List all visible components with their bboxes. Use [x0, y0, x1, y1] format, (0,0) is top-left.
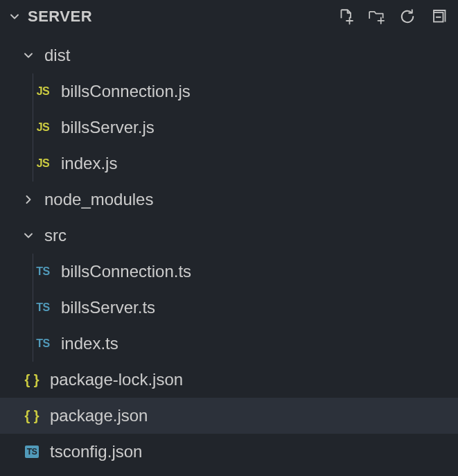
file-bills-server-js[interactable]: JS billsServer.js — [0, 109, 458, 146]
header-left[interactable]: SERVER — [6, 8, 92, 26]
indent-guide — [33, 73, 33, 109]
indent-guide — [33, 290, 33, 326]
indent-guide — [33, 254, 33, 290]
folder-label: src — [44, 226, 67, 245]
folder-dist[interactable]: dist — [0, 37, 458, 73]
file-tree: dist JS billsConnection.js JS billsServe… — [0, 33, 458, 470]
file-label: tsconfig.json — [50, 442, 142, 461]
new-file-button[interactable] — [337, 8, 355, 26]
file-label: index.ts — [61, 334, 118, 353]
file-package-json[interactable]: { } package.json — [0, 398, 458, 434]
js-icon: JS — [30, 85, 55, 98]
indent-guide — [33, 326, 33, 362]
folder-label: node_modules — [44, 190, 153, 209]
file-label: billsConnection.js — [61, 82, 191, 101]
indent-guide — [33, 109, 33, 146]
file-label: billsServer.ts — [61, 298, 155, 317]
chevron-down-icon — [19, 46, 37, 64]
explorer-header: SERVER — [0, 0, 458, 33]
json-icon: { } — [19, 408, 44, 424]
file-index-js[interactable]: JS index.js — [0, 146, 458, 182]
file-tsconfig-json[interactable]: TS tsconfig.json — [0, 434, 458, 470]
refresh-button[interactable] — [398, 8, 416, 26]
file-bills-connection-js[interactable]: JS billsConnection.js — [0, 73, 458, 109]
chevron-right-icon — [19, 191, 37, 209]
file-label: package.json — [50, 406, 148, 425]
collapse-all-button[interactable] — [429, 8, 447, 26]
chevron-down-icon — [6, 8, 24, 26]
header-actions — [337, 8, 451, 26]
file-bills-server-ts[interactable]: TS billsServer.ts — [0, 290, 458, 326]
indent-guide — [33, 146, 33, 182]
file-label: billsServer.js — [61, 118, 155, 137]
folder-src[interactable]: src — [0, 218, 458, 254]
file-index-ts[interactable]: TS index.ts — [0, 326, 458, 362]
ts-icon: TS — [30, 337, 55, 350]
file-label: package-lock.json — [50, 370, 183, 389]
new-folder-button[interactable] — [368, 8, 386, 26]
folder-node-modules[interactable]: node_modules — [0, 182, 458, 218]
folder-label: dist — [44, 46, 70, 65]
file-bills-connection-ts[interactable]: TS billsConnection.ts — [0, 254, 458, 290]
file-package-lock-json[interactable]: { } package-lock.json — [0, 362, 458, 398]
js-icon: JS — [30, 157, 55, 170]
file-label: index.js — [61, 154, 117, 173]
ts-icon: TS — [30, 265, 55, 278]
file-label: billsConnection.ts — [61, 262, 191, 281]
ts-icon: TS — [30, 301, 55, 314]
chevron-down-icon — [19, 227, 37, 245]
js-icon: JS — [30, 121, 55, 134]
project-title: SERVER — [28, 8, 92, 26]
tsconfig-icon: TS — [19, 446, 44, 458]
json-icon: { } — [19, 372, 44, 388]
